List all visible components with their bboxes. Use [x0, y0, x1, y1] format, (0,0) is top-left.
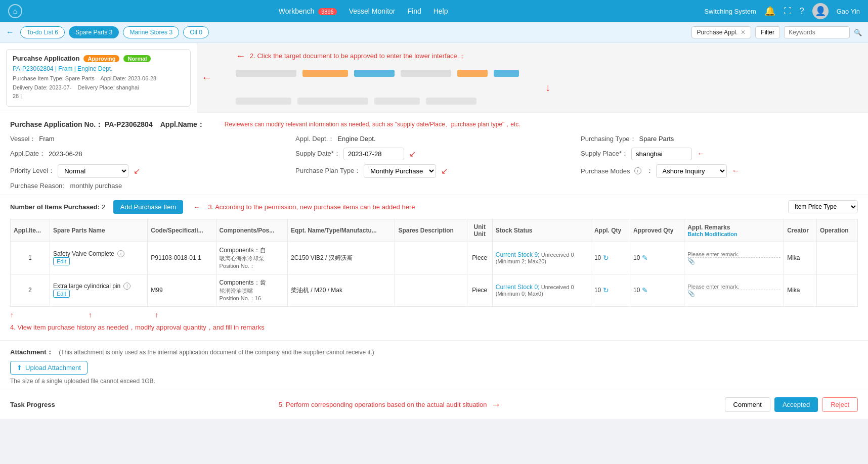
batch-modification-link[interactable]: Batch Modification [687, 231, 780, 237]
help-circle-icon[interactable]: ? [800, 7, 804, 16]
vessel-monitor-link[interactable]: Vessel Monitor [349, 7, 396, 15]
dept-name: Engine Dept. [77, 65, 112, 72]
purchase-modes-info-icon[interactable]: i [634, 167, 641, 174]
row2-info-icon[interactable]: i [123, 283, 131, 290]
col-unit: Unit Unit [467, 219, 492, 242]
help-link[interactable]: Help [433, 7, 448, 15]
supply-date-input[interactable] [343, 148, 404, 160]
row2-clip-icon[interactable]: 📎 [687, 290, 695, 297]
tab-bar: ← To-do List 6 Spare Parts 3 Marine Stor… [0, 22, 868, 43]
upload-attachment-button[interactable]: ⬆ Upload Attachment [10, 361, 88, 375]
notification-icon[interactable]: 🔔 [764, 6, 775, 17]
row2-num: 2 [11, 274, 50, 306]
comment-button[interactable]: Comment [725, 397, 770, 412]
row1-history-icon[interactable]: ↻ [603, 254, 609, 262]
accepted-button[interactable]: Accepted [774, 397, 818, 412]
tab-spare-parts[interactable]: Spare Parts 3 [69, 26, 119, 38]
row1-info-icon[interactable]: i [117, 250, 124, 257]
appl-dept-field: Appl. Dept.： Engine Dept. [295, 134, 573, 144]
items-section: Number of Items Purchased: 2 Add Purchas… [0, 195, 868, 340]
col-eqpt-name: Eqpt. Name/Type/Manufactu... [287, 219, 395, 242]
purchase-plan-select[interactable]: Monthly Purchase [364, 164, 436, 178]
row2-components: Components：齿 轮润滑油喷嘴 Position No.：16 [216, 274, 287, 306]
badge-approving: Approving [83, 55, 119, 62]
arrow-instruction4-icon: ↑ ↑ ↑ [10, 311, 158, 319]
switching-system-btn[interactable]: Switching System [704, 8, 756, 15]
nav-center: Workbench 9896 Vessel Monitor Find Help [279, 7, 448, 15]
find-link[interactable]: Find [407, 7, 421, 15]
workbench-link[interactable]: Workbench 9896 [279, 7, 337, 15]
card-arrow-area: ← [197, 43, 228, 113]
tab-oil[interactable]: Oil 0 [183, 26, 209, 38]
row2-edit-button[interactable]: Edit [53, 290, 70, 298]
add-purchase-item-button[interactable]: Add Purchase Item [113, 200, 184, 214]
tab-todo[interactable]: To-do List 6 [20, 26, 65, 38]
purchase-modes-select[interactable]: Ashore Inquiry [656, 164, 727, 178]
card-list-area: Purcahse Application Approving Normal PA… [0, 43, 868, 113]
row2-history-icon[interactable]: ↻ [603, 286, 609, 294]
row1-clip-icon[interactable]: 📎 [687, 258, 695, 265]
row2-approved-qty: 10 ✎ [630, 274, 684, 306]
priority-field: Priority Level： Normal ↙ [10, 164, 287, 178]
close-tag-icon[interactable]: ✕ [741, 29, 746, 36]
badge-normal: Normal [123, 55, 151, 62]
task-progress-section: Task Progress 5. Perform corresponding o… [0, 390, 868, 419]
vessel-name: Fram [58, 65, 72, 72]
back-button[interactable]: ← [6, 28, 14, 37]
col-appl-qty: Appl. Qty [591, 219, 630, 242]
search-icon[interactable]: 🔍 [854, 29, 862, 36]
row1-operation [816, 242, 857, 274]
instruction-4-text: 4. View item purchase history as needed，… [10, 323, 858, 335]
col-stock-status: Stock Status [492, 219, 591, 242]
purchasing-type-field: Purchasing Type： Spare Parts [581, 134, 858, 144]
file-limit-note: The size of a single uploaded file canno… [10, 378, 858, 385]
instruction-5-area: 5. Perform corresponding operations base… [279, 399, 501, 410]
task-buttons: Comment Accepted Reject [725, 397, 858, 412]
reject-button[interactable]: Reject [822, 397, 858, 412]
reviewer-note: Reviewers can modify relevant informatio… [225, 120, 520, 129]
attachment-section: Attachment： (This attachment is only use… [0, 340, 868, 390]
user-name: Gao Yin [837, 8, 860, 15]
arrow-right-icon: ← [201, 71, 212, 84]
priority-select[interactable]: Normal [58, 164, 128, 178]
search-input[interactable] [784, 26, 850, 38]
row2-operation [816, 274, 857, 306]
fullscreen-icon[interactable]: ⛶ [784, 7, 792, 16]
home-icon[interactable]: ⌂ [8, 4, 22, 18]
row1-posno: Position No.： [220, 262, 284, 270]
row2-spares-desc [395, 274, 467, 306]
row1-remark-input[interactable] [687, 251, 780, 258]
tab-marine-stores[interactable]: Marine Stores 3 [123, 26, 179, 38]
row2-edit-qty-icon[interactable]: ✎ [642, 286, 648, 294]
arrow-down-icon: ↓ [236, 80, 860, 96]
tab-search-area: Purchase Appl. ✕ Filter 🔍 [691, 26, 862, 38]
vessel-field: Vessel： Fram [10, 134, 287, 144]
col-approved-qty: Approved Qty [630, 219, 684, 242]
purchase-plan-field: Purchase Plan Type： Monthly Purchase ↙ [295, 164, 573, 178]
application-card[interactable]: Purcahse Application Approving Normal PA… [6, 49, 191, 107]
col-spares-desc: Spares Description [395, 219, 467, 242]
appl-no-value: PA-P23062804 [105, 120, 153, 128]
row1-edit-button[interactable]: Edit [53, 257, 70, 265]
top-navigation: ⌂ Workbench 9896 Vessel Monitor Find Hel… [0, 0, 868, 22]
supply-place-input[interactable] [631, 148, 692, 160]
table-row: 1 Safety Valve Complete i Edit P91103-00… [11, 242, 858, 274]
item-price-type-select[interactable]: Item Price Type [788, 200, 858, 213]
filter-button[interactable]: Filter [755, 26, 780, 38]
purchase-reason-value: monthly purchase [70, 182, 122, 190]
col-operation: Operation [816, 219, 857, 242]
appl-date-value: 2023-06-28 [49, 150, 82, 158]
col-appl-remarks: Appl. Remarks Batch Modification [684, 219, 784, 242]
avatar[interactable]: 👤 [812, 3, 829, 19]
row2-stock-link[interactable]: Current Stock 0; [496, 284, 540, 291]
row1-edit-qty-icon[interactable]: ✎ [642, 254, 648, 262]
table-row: 2 Extra large cylindrical pin i Edit M99… [11, 274, 858, 306]
row2-remark-input[interactable] [687, 284, 780, 290]
table-header-row: Appl.Ite... Spare Parts Name Code/Specif… [11, 219, 858, 242]
row1-stock-link[interactable]: Current Stock 9; [496, 251, 540, 258]
arrow-task-icon: → [491, 399, 501, 410]
row1-creator: Mika [784, 242, 817, 274]
row2-stock: Current Stock 0; Unreceived 0 (Minimum 0… [492, 274, 591, 306]
col-components-pos: Components/Pos... [216, 219, 287, 242]
col-spare-parts-name: Spare Parts Name [50, 219, 147, 242]
